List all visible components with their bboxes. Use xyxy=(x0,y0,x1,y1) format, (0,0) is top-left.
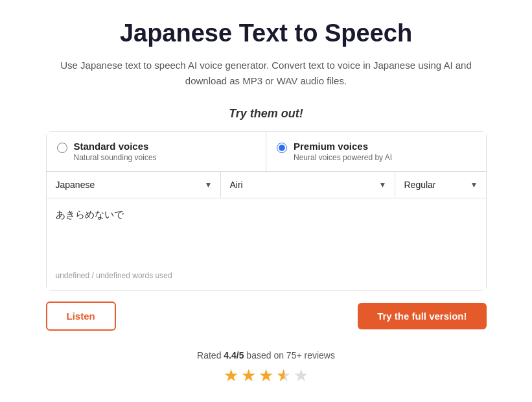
star-4: ★ xyxy=(276,366,291,386)
premium-voice-radio[interactable] xyxy=(277,143,287,153)
page-title: Japanese Text to Speech xyxy=(120,19,412,47)
star-1: ★ xyxy=(224,366,238,386)
textarea-section: あきらめないで undefined / undefined words used xyxy=(47,198,486,290)
voice-select-wrapper: Airi Yuki Hana Kenji ▼ xyxy=(221,172,395,198)
rating-suffix: based on 75+ reviews xyxy=(244,350,334,361)
rating-text: Rated 4.4/5 based on 75+ reviews xyxy=(197,350,335,361)
voice-type-row: Standard voices Natural sounding voices … xyxy=(47,132,486,172)
standard-voice-subtitle: Natural sounding voices xyxy=(74,153,157,162)
standard-voice-radio[interactable] xyxy=(57,143,67,153)
speech-textarea[interactable]: あきらめないで xyxy=(56,207,477,266)
language-select[interactable]: Japanese English Spanish French German xyxy=(47,172,220,198)
premium-voice-subtitle: Neural voices powered by AI xyxy=(294,153,392,162)
style-select-wrapper: Regular Formal Casual ▼ xyxy=(395,172,486,198)
rating-prefix: Rated xyxy=(197,350,224,361)
standard-voice-title: Standard voices xyxy=(74,141,157,152)
try-label: Try them out! xyxy=(229,107,303,121)
rating-score: 4.4/5 xyxy=(224,350,244,361)
voice-select[interactable]: Airi Yuki Hana Kenji xyxy=(221,172,395,198)
stars-row: ★ ★ ★ ★ ★ xyxy=(197,366,335,386)
star-2: ★ xyxy=(241,366,256,386)
buttons-row: Listen Try the full version! xyxy=(46,302,487,331)
star-3: ★ xyxy=(259,366,273,386)
language-select-wrapper: Japanese English Spanish French German ▼ xyxy=(47,172,221,198)
standard-voice-text: Standard voices Natural sounding voices xyxy=(74,141,157,162)
widget-container: Standard voices Natural sounding voices … xyxy=(46,131,487,291)
word-count: undefined / undefined words used xyxy=(56,271,477,285)
star-5: ★ xyxy=(294,366,308,386)
premium-voice-title: Premium voices xyxy=(294,141,392,152)
premium-voice-option[interactable]: Premium voices Neural voices powered by … xyxy=(266,132,486,171)
selects-row: Japanese English Spanish French German ▼… xyxy=(47,172,486,198)
listen-button[interactable]: Listen xyxy=(46,302,116,331)
premium-voice-text: Premium voices Neural voices powered by … xyxy=(294,141,392,162)
rating-section: Rated 4.4/5 based on 75+ reviews ★ ★ ★ ★… xyxy=(197,350,335,386)
standard-voice-option[interactable]: Standard voices Natural sounding voices xyxy=(47,132,267,171)
full-version-button[interactable]: Try the full version! xyxy=(358,303,486,329)
page-subtitle: Use Japanese text to speech AI voice gen… xyxy=(46,58,487,89)
style-select[interactable]: Regular Formal Casual xyxy=(395,172,486,198)
